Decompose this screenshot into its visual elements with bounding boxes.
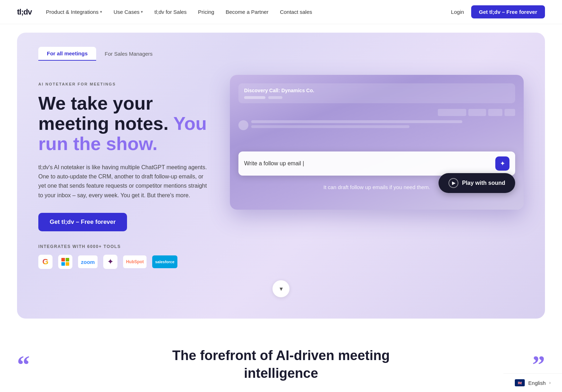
hero-content: AI NOTETAKER FOR MEETINGS We take your m…	[38, 75, 524, 269]
language-label: English	[528, 380, 546, 386]
salesforce-logo: salesforce	[152, 255, 177, 268]
scroll-down-button[interactable]: ▾	[272, 280, 290, 297]
quote-section: “ The forefront of AI-driven meeting int…	[0, 319, 562, 392]
logo[interactable]: tl;dv	[17, 7, 32, 17]
hero-tag: AI NOTETAKER FOR MEETINGS	[38, 82, 209, 86]
flag-icon: 🇬🇧	[515, 379, 525, 386]
nav-contact[interactable]: Contact sales	[280, 9, 312, 15]
footer-language[interactable]: 🇬🇧 English ›	[503, 373, 562, 392]
nav-links: Product & Integrations ▾ Use Cases ▾ tl;…	[46, 9, 451, 15]
nav-use-cases[interactable]: Use Cases ▾	[114, 9, 143, 15]
nav-pricing[interactable]: Pricing	[198, 9, 214, 15]
play-with-sound-button[interactable]: ▶ Play with sound	[439, 173, 515, 193]
hubspot-logo: HubSpot	[123, 255, 147, 268]
nav-actions: Login Get tl;dv – Free forever	[451, 5, 545, 18]
zoom-logo: zoom	[78, 255, 98, 268]
get-free-button[interactable]: Get tl;dv – Free forever	[471, 5, 545, 18]
slack-logo: ✦	[103, 255, 117, 269]
quote-marks: “ The forefront of AI-driven meeting int…	[17, 347, 545, 382]
chevron-down-icon: ▾	[100, 10, 102, 14]
integrates-label: INTEGRATES WITH 6000+ TOOLS	[38, 244, 209, 249]
hero-left-panel: AI NOTETAKER FOR MEETINGS We take your m…	[38, 75, 209, 269]
integration-logos: G zoom ✦	[38, 255, 209, 269]
google-meet-logo: G	[38, 255, 53, 269]
nav-for-sales[interactable]: tl;dv for Sales	[154, 9, 187, 15]
hero-section: For all meetings For Sales Managers AI N…	[17, 33, 545, 319]
ai-input-row: Write a follow up email | ✦	[238, 151, 515, 176]
tab-sales-managers[interactable]: For Sales Managers	[96, 47, 161, 61]
ai-input-text[interactable]: Write a follow up email |	[244, 160, 495, 167]
login-button[interactable]: Login	[451, 9, 464, 15]
tab-all-meetings[interactable]: For all meetings	[38, 47, 96, 61]
hero-headline: We take your meeting notes. You run the …	[38, 93, 209, 154]
chevron-down-icon: ▾	[141, 10, 143, 14]
nav-product[interactable]: Product & Integrations ▾	[46, 9, 102, 15]
meeting-title: Discovery Call: Dynamics Co.	[244, 88, 509, 93]
open-quote-mark: “	[17, 352, 30, 377]
scroll-indicator: ▾	[38, 280, 524, 297]
play-icon: ▶	[448, 178, 458, 188]
meeting-header: Discovery Call: Dynamics Co.	[238, 83, 515, 103]
ai-sparkle-button[interactable]: ✦	[495, 156, 509, 171]
chevron-down-icon: ▾	[280, 285, 283, 293]
nav-partner[interactable]: Become a Partner	[226, 9, 269, 15]
hero-tabs: For all meetings For Sales Managers	[38, 47, 524, 61]
quote-text: The forefront of AI-driven meeting intel…	[157, 347, 405, 382]
chevron-right-icon: ›	[549, 380, 551, 385]
hero-cta-button[interactable]: Get tl;dv – Free forever	[38, 213, 127, 231]
hero-subtext: tl;dv's AI notetaker is like having mult…	[38, 163, 209, 200]
microsoft-teams-logo	[58, 255, 72, 269]
video-preview: Discovery Call: Dynamics Co.	[230, 75, 524, 210]
hero-right-panel: Discovery Call: Dynamics Co.	[230, 75, 524, 210]
navigation: tl;dv Product & Integrations ▾ Use Cases…	[0, 0, 562, 24]
video-toolbar	[238, 109, 515, 116]
